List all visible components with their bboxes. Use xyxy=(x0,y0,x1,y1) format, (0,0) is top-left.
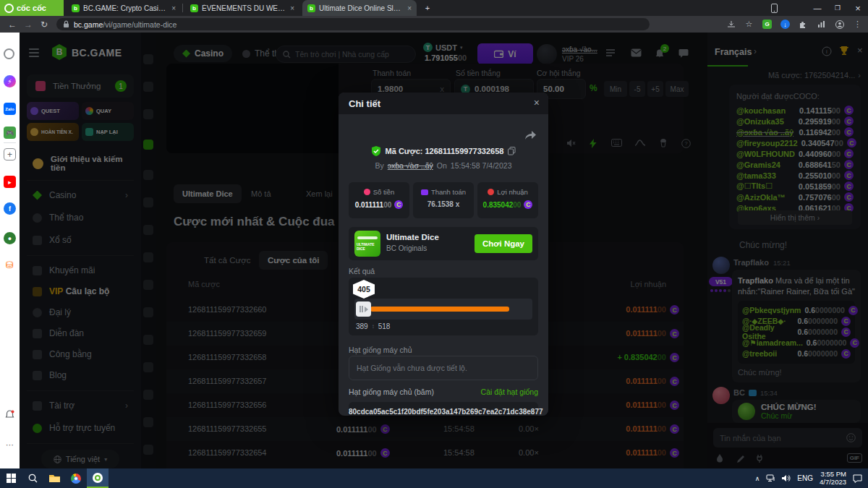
strip-divider xyxy=(4,142,16,143)
range-high: 518 xyxy=(378,322,391,330)
tab-title: Ultimate Dice Online Slot - P xyxy=(319,4,404,12)
slider-handle[interactable] xyxy=(356,301,371,317)
window-close-button[interactable]: × xyxy=(848,0,868,16)
action-center-icon[interactable] xyxy=(853,474,862,483)
tab-close-icon[interactable]: × xyxy=(290,4,294,12)
coccoc-logo-icon xyxy=(4,4,14,13)
verified-shield-icon xyxy=(371,146,381,156)
tray-expand-icon[interactable]: ∧ xyxy=(755,475,760,482)
bet-meta-row: By ɔxɓa √àσ ..ãŷ On 15:54:58 7/4/2023 xyxy=(339,161,548,170)
stat-payout: Thanh toán 76.1538 x xyxy=(413,182,474,218)
result-badge: 405 xyxy=(353,280,375,299)
network-icon[interactable] xyxy=(766,474,775,482)
coccoc-taskbar-icon-active[interactable] xyxy=(87,468,109,488)
slider-fill xyxy=(370,307,509,312)
seed-hash-label: Hạt giống máy chủ (băm) xyxy=(349,388,434,396)
bet-details-modal: Chi tiết × Mã Cược: 126811159977332658 B… xyxy=(339,93,548,416)
bcgame-favicon: b xyxy=(307,4,315,12)
profile-icon[interactable] xyxy=(835,20,844,29)
phone-sync-icon[interactable] xyxy=(764,0,784,16)
server-seed-label: Hạt giống máy chủ xyxy=(349,346,412,354)
history-icon[interactable] xyxy=(4,48,14,59)
coccoc-side-strip: ⚡ Zalo 🎮 + ▸ f ● ⛁ ⋯ xyxy=(0,33,20,468)
bet-id-row: Mã Cược: 126811159977332658 xyxy=(339,146,548,156)
copy-icon[interactable] xyxy=(508,147,516,155)
back-icon[interactable]: ← xyxy=(4,20,20,30)
strip-more-icon[interactable]: ⋯ xyxy=(4,439,16,451)
url-text: bc.game/vi/game/ultimate-dice xyxy=(74,20,176,29)
download-icon[interactable]: ↓ xyxy=(780,20,790,29)
taskbar-clock[interactable]: 3:55 PM 4/7/2023 xyxy=(820,471,846,487)
new-tab-button[interactable]: + xyxy=(420,0,435,16)
forward-icon[interactable]: → xyxy=(20,20,36,30)
add-shortcut-icon[interactable]: + xyxy=(4,148,16,160)
soccer-icon[interactable]: ● xyxy=(4,232,16,244)
tab-separator xyxy=(182,4,183,12)
seed-settings-link[interactable]: Cài đặt hạt giống xyxy=(481,388,538,396)
payout-icon xyxy=(421,189,428,195)
start-button[interactable] xyxy=(0,468,22,488)
tab-close-icon[interactable]: × xyxy=(171,4,176,12)
chrome-icon[interactable] xyxy=(65,468,87,488)
window-minimize-button[interactable]: — xyxy=(807,0,827,16)
ultimate-dice-thumbnail[interactable]: ULTIMATE DICE xyxy=(354,231,380,257)
messenger-icon[interactable]: ⚡ xyxy=(4,75,16,87)
browser-menu-icon[interactable]: ⋮ xyxy=(853,20,862,29)
strip-bell-icon[interactable] xyxy=(4,408,16,421)
game-provider: BC Originals xyxy=(386,244,427,252)
range-low: 389 xyxy=(356,322,368,330)
coin-icon: C xyxy=(524,200,532,209)
window-maximize-button[interactable]: ❐ xyxy=(827,0,848,16)
bcgame-favicon: b xyxy=(72,4,80,12)
result-card: 405 389 ↕ 518 xyxy=(349,278,538,335)
save-page-icon[interactable] xyxy=(726,20,736,29)
game-card: ULTIMATE DICE Ultimate Dice BC Originals… xyxy=(349,227,538,260)
extensions-puzzle-icon[interactable] xyxy=(799,20,808,29)
tab-close-icon[interactable]: × xyxy=(407,4,412,12)
facebook-icon[interactable]: f xyxy=(4,202,16,215)
keyboard-language[interactable]: ENG xyxy=(797,474,813,482)
youtube-icon[interactable]: ▸ xyxy=(4,176,16,188)
taskbar-search-icon[interactable] xyxy=(22,468,43,488)
bookmark-star-icon[interactable]: ☆ xyxy=(744,20,754,29)
coin-icon: C xyxy=(394,200,403,209)
modal-header: Chi tiết × xyxy=(339,93,548,114)
browser-tab-1[interactable]: b BC.GAME: Crypto Casino Gan × xyxy=(67,0,181,16)
bcgame-page: ⚡ Zalo 🎮 + ▸ f ● ⛁ ⋯ B BC.GAME Tiền Thưở… xyxy=(0,33,868,468)
games-icon[interactable]: 🎮 xyxy=(4,127,16,139)
range-divider-icon: ↕ xyxy=(372,323,375,330)
bcgame-favicon: b xyxy=(190,4,198,12)
volume-icon[interactable] xyxy=(782,474,791,482)
result-label: Kết quả xyxy=(349,267,375,275)
coccoc-logo-text: cốc cốc xyxy=(17,4,46,12)
tab-title: BC.GAME: Crypto Casino Gan xyxy=(83,4,168,12)
bet-id: Mã Cược: 126811159977332658 xyxy=(386,147,504,155)
tab-title: ÉVÉNEMENTS DU WEEK-END xyxy=(202,4,286,12)
play-now-button[interactable]: Chơi Ngay xyxy=(475,234,532,253)
browser-tab-3-active[interactable]: b Ultimate Dice Online Slot - P × xyxy=(302,0,417,16)
stat-profit: Lợi nhuận 0.83504200C xyxy=(477,182,538,218)
stat-amount: Số tiền 0.01111100C xyxy=(349,182,409,218)
zalo-icon[interactable]: Zalo xyxy=(4,103,16,115)
game-title[interactable]: Ultimate Dice xyxy=(386,233,439,241)
shopping-cart-icon[interactable]: ⛁ xyxy=(4,259,16,271)
browser-url-bar: ← → ↻ bc.game/vi/game/ultimate-dice ☆ G … xyxy=(0,16,868,33)
server-seed-field[interactable]: Hạt Giống vẫn chưa được tiết lộ. xyxy=(349,356,538,380)
modal-close-icon[interactable]: × xyxy=(534,97,540,108)
stats-icon[interactable] xyxy=(817,20,826,29)
coccoc-logo[interactable]: cốc cốc xyxy=(0,0,64,16)
bet-datetime: 15:54:58 7/4/2023 xyxy=(451,161,512,170)
profit-icon xyxy=(488,189,494,195)
browser-tab-bar: cốc cốc b BC.GAME: Crypto Casino Gan × b… xyxy=(0,0,868,16)
browser-tab-2[interactable]: b ÉVÉNEMENTS DU WEEK-END × xyxy=(185,0,299,16)
translate-icon[interactable]: G xyxy=(762,20,772,29)
share-icon[interactable] xyxy=(524,130,537,140)
url-field[interactable]: bc.game/vi/game/ultimate-dice xyxy=(56,18,650,30)
file-explorer-icon[interactable] xyxy=(43,468,65,488)
amount-icon xyxy=(364,189,370,195)
reload-icon[interactable]: ↻ xyxy=(36,20,52,30)
seed-hash-field[interactable]: 80cdca05ac5c1f20bdf5fe203a147b269c7ea2c7… xyxy=(349,402,538,416)
bet-username[interactable]: ɔxɓa √àσ ..ãŷ xyxy=(388,161,433,170)
windows-taskbar: ∧ ENG 3:55 PM 4/7/2023 xyxy=(0,468,868,488)
modal-title: Chi tiết xyxy=(349,98,380,109)
